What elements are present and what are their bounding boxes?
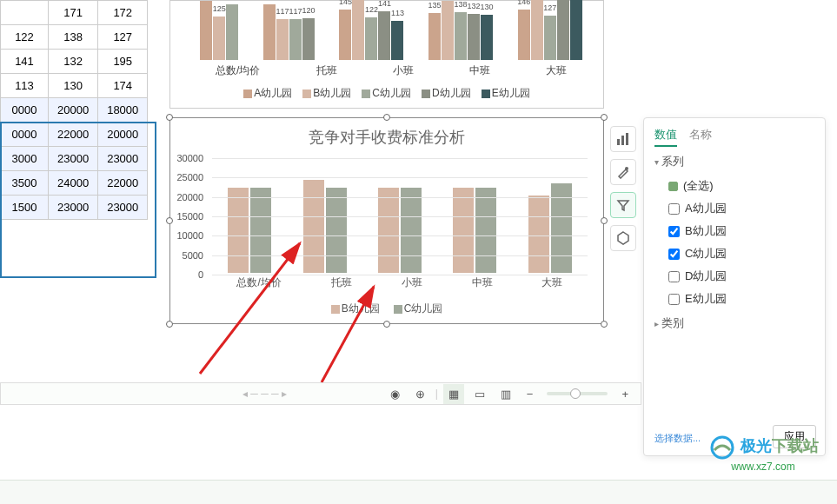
bar[interactable]	[250, 188, 271, 273]
legend-item[interactable]: A幼儿园	[243, 87, 292, 99]
table-cell[interactable]: 122	[1, 25, 49, 50]
eye-icon[interactable]: ◉	[385, 384, 405, 404]
table-cell[interactable]: 195	[98, 50, 148, 74]
bar[interactable]: 135	[428, 13, 441, 60]
chart-top[interactable]: 1691251611611171171201451721221411131351…	[169, 0, 604, 109]
checkbox-series[interactable]: D幼儿园	[668, 265, 814, 288]
zoom-in-button[interactable]: +	[616, 384, 634, 404]
resize-handle[interactable]	[601, 321, 608, 328]
table-cell[interactable]: 22000	[98, 171, 148, 196]
checkbox-series[interactable]: B幼儿园	[668, 220, 814, 242]
section-series[interactable]: 系列	[654, 154, 814, 169]
section-category[interactable]: 类别	[654, 315, 814, 331]
table-cell[interactable]: 113	[1, 74, 49, 98]
table-cell[interactable]: 23000	[49, 196, 98, 220]
checkbox-input[interactable]	[668, 249, 680, 260]
table-cell[interactable]: 171	[49, 1, 98, 25]
checkbox-all[interactable]: (全选)	[668, 175, 814, 197]
table-row[interactable]: 113130174	[1, 74, 148, 98]
bar[interactable]: 161	[226, 4, 238, 60]
resize-handle[interactable]	[601, 217, 608, 224]
checkbox-input[interactable]	[668, 294, 680, 305]
table-cell[interactable]: 0000	[1, 123, 49, 147]
bar[interactable]	[401, 188, 422, 273]
checkbox-input[interactable]	[668, 271, 680, 282]
bar[interactable]: 125	[213, 17, 225, 60]
table-cell[interactable]: 20000	[49, 98, 98, 123]
bar[interactable]: 146	[518, 10, 530, 60]
grid-icon[interactable]: ▦	[443, 384, 464, 404]
resize-handle[interactable]	[383, 114, 390, 121]
bar[interactable]: 113	[391, 21, 403, 60]
legend-item[interactable]: B幼儿园	[331, 302, 380, 315]
table-cell[interactable]: 23000	[49, 147, 98, 171]
target-icon[interactable]: ⊕	[410, 384, 430, 404]
brush-icon[interactable]	[610, 159, 636, 185]
bar[interactable]	[475, 188, 496, 273]
table-cell[interactable]: 127	[98, 25, 148, 50]
select-data-link[interactable]: 选择数据...	[654, 432, 701, 445]
resize-handle[interactable]	[166, 321, 173, 328]
tab-name[interactable]: 名称	[689, 127, 712, 147]
checkbox-series[interactable]: A幼儿园	[668, 197, 814, 220]
bar[interactable]	[303, 180, 324, 273]
bar[interactable]: 122	[365, 17, 377, 60]
chart-type-icon[interactable]	[610, 126, 636, 152]
chart-main[interactable]: 竞争对手收费标准分析 05000100001500020000250003000…	[169, 117, 604, 324]
bar[interactable]: 120	[302, 18, 315, 60]
resize-handle[interactable]	[166, 114, 173, 121]
legend-item[interactable]: C幼儿园	[362, 87, 411, 99]
table-row[interactable]: 00002200020000	[1, 123, 148, 147]
bar[interactable]	[528, 196, 549, 273]
table-row[interactable]: 122138127	[1, 25, 148, 50]
tab-value[interactable]: 数值	[654, 127, 677, 147]
table-cell[interactable]: 138	[49, 25, 98, 50]
table-cell[interactable]: 141	[1, 50, 49, 74]
legend-item[interactable]: B幼儿园	[302, 87, 351, 99]
page-icon[interactable]: ▭	[469, 384, 490, 404]
table-cell[interactable]: 22000	[49, 123, 98, 147]
table-row[interactable]: 171172	[1, 1, 148, 25]
chart-title[interactable]: 竞争对手收费标准分析	[170, 118, 603, 153]
bar[interactable]	[228, 188, 249, 273]
table-row[interactable]: 15002300023000	[1, 196, 148, 220]
table-cell[interactable]: 3000	[1, 147, 49, 171]
table-row[interactable]: 00002000018000	[1, 98, 148, 123]
legend-item[interactable]: C幼儿园	[394, 302, 443, 315]
bar[interactable]: 177	[531, 0, 543, 60]
bar[interactable]: 141	[378, 11, 390, 60]
table-cell[interactable]: 0000	[1, 98, 49, 123]
table-row[interactable]: 30002300023000	[1, 147, 148, 171]
reader-icon[interactable]: ▥	[495, 384, 516, 404]
bar[interactable]	[453, 188, 474, 273]
bar[interactable]: 174	[570, 0, 582, 60]
table-cell[interactable]: 1500	[1, 196, 49, 220]
bar[interactable]: 172	[352, 0, 364, 60]
table-cell[interactable]: 174	[98, 74, 148, 98]
table-cell[interactable]: 130	[49, 74, 98, 98]
table-row[interactable]: 35002400022000	[1, 171, 148, 196]
checkbox-series[interactable]: C幼儿园	[668, 242, 814, 265]
legend-item[interactable]: E幼儿园	[482, 87, 530, 99]
checkbox-series[interactable]: E幼儿园	[668, 288, 814, 310]
table-cell[interactable]: 172	[98, 1, 148, 25]
bar[interactable]: 132	[468, 14, 480, 60]
resize-handle[interactable]	[601, 114, 608, 121]
table-cell[interactable]: 3500	[1, 171, 49, 196]
resize-handle[interactable]	[383, 321, 390, 328]
table-cell[interactable]: 20000	[98, 123, 148, 147]
legend-item[interactable]: D幼儿园	[422, 87, 471, 99]
zoom-out-button[interactable]: −	[521, 384, 539, 404]
table-cell[interactable]: 18000	[98, 98, 148, 123]
bar[interactable]: 138	[455, 12, 467, 60]
bar[interactable]	[378, 188, 399, 273]
bar[interactable]: 161	[263, 4, 276, 60]
bar[interactable]: 145	[339, 10, 351, 60]
table-row[interactable]: 141132195	[1, 50, 148, 74]
bar[interactable]: 171	[442, 1, 454, 60]
bar[interactable]: 130	[481, 15, 493, 60]
table-cell[interactable]: 132	[49, 50, 98, 74]
table-cell[interactable]: 23000	[98, 147, 148, 171]
zoom-slider[interactable]	[547, 392, 608, 395]
bar[interactable]: 117	[276, 19, 289, 60]
